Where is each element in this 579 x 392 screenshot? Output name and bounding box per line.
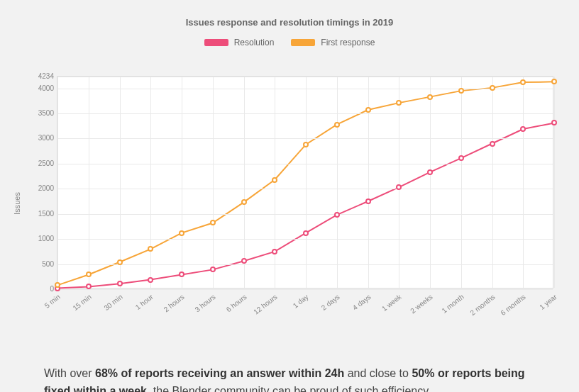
gridline: [57, 264, 553, 265]
x-tick: 30 min: [102, 293, 123, 312]
data-point: [272, 249, 277, 254]
y-tick: 2000: [26, 184, 54, 192]
data-point: [241, 199, 247, 205]
data-point: [179, 230, 184, 236]
gridline: [57, 138, 553, 139]
data-point: [210, 267, 216, 272]
data-point: [458, 88, 464, 94]
data-point: [365, 107, 371, 113]
gridline: [213, 77, 214, 288]
data-point: [55, 282, 60, 288]
gridline: [244, 77, 245, 288]
data-point: [303, 142, 309, 147]
y-axis-label: Issues: [13, 192, 21, 215]
y-tick: 4234: [26, 72, 54, 80]
gridline: [57, 89, 553, 89]
gridline: [57, 77, 553, 77]
legend-label: First response: [321, 38, 375, 47]
data-point: [365, 198, 371, 204]
legend-label: Resolution: [234, 38, 275, 47]
x-tick: 2 months: [468, 293, 496, 317]
gridline: [57, 214, 553, 215]
data-point: [303, 230, 309, 236]
chart-area: Issues Time (logarithmic) 05001000150020…: [20, 76, 559, 331]
data-point: [148, 277, 153, 283]
gridline: [337, 77, 338, 288]
data-point: [117, 281, 123, 286]
data-point: [117, 259, 123, 265]
x-tick: 5 min: [43, 293, 62, 310]
legend: Resolution First response: [13, 38, 566, 47]
gridline: [523, 77, 524, 288]
gridline: [57, 113, 553, 114]
gridline: [57, 189, 553, 189]
data-point: [551, 79, 557, 84]
gridline: [430, 77, 431, 288]
gridline: [399, 77, 399, 288]
gridline: [150, 77, 151, 288]
data-point: [427, 94, 433, 100]
caption-text: With over: [44, 367, 95, 379]
x-tick: 2 weeks: [409, 293, 434, 315]
y-tick: 0: [26, 285, 54, 293]
gridline: [57, 289, 553, 290]
x-tick: 15 min: [71, 293, 92, 312]
data-point: [551, 120, 557, 125]
legend-swatch: [204, 39, 228, 46]
gridline: [57, 77, 58, 288]
chart-lines: [57, 77, 553, 288]
x-tick: 2 days: [320, 293, 341, 312]
x-tick: 4 days: [351, 293, 372, 312]
plot-area: [57, 76, 553, 289]
data-point: [427, 169, 433, 175]
legend-item-first-response: First response: [291, 38, 375, 47]
x-tick: 3 hours: [193, 293, 216, 313]
data-point: [396, 184, 402, 190]
y-tick: 4000: [26, 84, 54, 91]
data-point: [86, 271, 92, 277]
y-tick: 500: [26, 259, 54, 267]
data-point: [148, 246, 153, 252]
data-point: [86, 284, 92, 289]
x-tick: 12 hours: [253, 293, 279, 316]
x-tick: 2 hours: [162, 293, 186, 313]
y-tick: 1000: [26, 235, 54, 242]
gridline: [461, 77, 462, 288]
x-tick: 1 month: [440, 293, 465, 315]
gridline: [554, 77, 555, 288]
x-tick: 6 months: [500, 293, 527, 317]
legend-item-resolution: Resolution: [204, 38, 275, 47]
data-point: [272, 177, 277, 183]
data-point: [179, 271, 184, 277]
gridline: [57, 239, 553, 240]
legend-swatch: [291, 39, 315, 46]
caption-text: , the Blender community can be proud of …: [147, 385, 431, 392]
x-tick: 1 day: [292, 293, 310, 310]
x-tick: 6 hours: [224, 293, 248, 313]
chart-title: Issues response and resolution timings i…: [13, 17, 566, 28]
gridline: [57, 164, 553, 164]
gridline: [120, 77, 121, 288]
x-tick: 1 year: [538, 293, 558, 311]
data-point: [334, 122, 340, 128]
data-point: [520, 126, 526, 132]
data-point: [520, 79, 526, 85]
x-tick: 1 week: [380, 293, 403, 313]
y-tick: 1500: [26, 209, 54, 217]
gridline: [492, 77, 493, 288]
y-tick: 3500: [26, 109, 54, 117]
x-tick: 1 hour: [134, 293, 155, 311]
y-tick: 3000: [26, 134, 54, 142]
data-point: [396, 100, 402, 106]
data-point: [210, 220, 216, 225]
caption-bold: 68% of reports receiving an answer withi…: [95, 367, 344, 379]
chart-container: Issues response and resolution timings i…: [0, 0, 579, 392]
data-point: [490, 85, 495, 91]
y-tick: 2500: [26, 159, 54, 167]
data-point: [490, 141, 495, 147]
gridline: [89, 77, 89, 288]
data-point: [241, 258, 247, 264]
gridline: [306, 77, 307, 288]
caption: With over 68% of reports receiving an an…: [44, 365, 535, 392]
data-point: [458, 155, 464, 161]
